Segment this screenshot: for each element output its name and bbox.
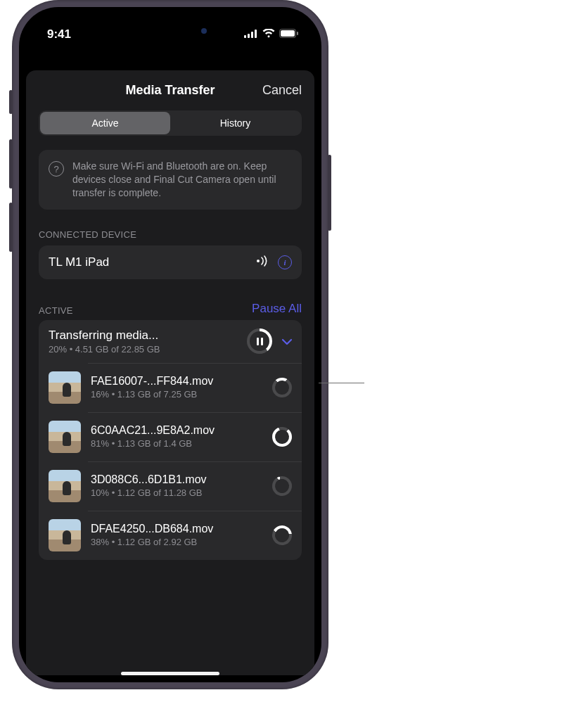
svg-point-7 [257,260,260,262]
pause-all-button[interactable]: Pause All [252,302,302,316]
info-icon[interactable]: i [278,255,292,269]
svg-rect-5 [281,30,295,37]
summary-title: Transferring media... [49,328,237,343]
file-name: 6C0AAC21...9E8A2.mov [91,424,262,437]
connected-device-label: CONNECTED DEVICE [39,229,302,240]
phone-frame: 9:41 Media Transfer Cancel [12,0,328,689]
svg-rect-3 [255,30,257,38]
side-button [9,90,13,114]
progress-icon[interactable] [268,423,295,450]
volume-down-button [9,203,13,252]
svg-rect-6 [297,32,298,35]
transfer-summary-row[interactable]: Transferring media... 20% • 4.51 GB of 2… [39,320,302,363]
thumbnail [49,519,81,551]
volume-up-button [9,139,13,189]
svg-rect-1 [248,34,250,38]
sheet-header: Media Transfer Cancel [26,70,314,110]
status-right [244,27,299,42]
file-row[interactable]: 6C0AAC21...9E8A2.mov 81% • 1.13 GB of 1.… [39,412,302,461]
chevron-down-icon[interactable] [282,334,292,349]
device-name: TL M1 iPad [49,255,109,269]
pause-icon [257,338,263,345]
pause-button[interactable] [247,328,272,354]
thumbnail [49,421,81,453]
battery-icon [279,27,299,42]
power-button [328,155,331,231]
file-row[interactable]: FAE16007-...FF844.mov 16% • 1.13 GB of 7… [39,363,302,412]
tab-active[interactable]: Active [40,112,170,134]
thumbnail [49,371,81,404]
transfer-list: Transferring media... 20% • 4.51 GB of 2… [39,320,302,560]
file-row[interactable]: 3D088C6...6D1B1.mov 10% • 1.12 GB of 11.… [39,461,302,511]
screen: 9:41 Media Transfer Cancel [19,7,321,682]
svg-rect-2 [251,32,253,38]
svg-rect-0 [244,35,246,38]
thumbnail [49,470,81,502]
cancel-button[interactable]: Cancel [215,83,302,98]
dynamic-island [125,18,215,44]
active-label: ACTIVE [39,305,73,316]
home-indicator[interactable] [121,672,219,675]
camera-dot-icon [201,28,207,34]
sheet: Media Transfer Cancel Active History ? M… [26,70,314,675]
file-name: DFAE4250...DB684.mov [91,523,262,535]
file-sub: 10% • 1.12 GB of 11.28 GB [91,487,262,498]
help-icon[interactable]: ? [49,161,64,177]
notice-card: ? Make sure Wi-Fi and Bluetooth are on. … [39,150,302,210]
notice-text: Make sure Wi-Fi and Bluetooth are on. Ke… [72,160,292,200]
signal-strength-icon [255,255,271,269]
page-title: Media Transfer [125,83,215,98]
file-sub: 38% • 1.12 GB of 2.92 GB [91,537,262,547]
summary-sub: 20% • 4.51 GB of 22.85 GB [49,344,237,355]
progress-icon[interactable] [269,473,295,499]
device-row[interactable]: TL M1 iPad i [39,245,302,279]
tab-history[interactable]: History [170,112,300,134]
status-time: 9:41 [47,27,71,42]
wifi-icon [262,27,275,42]
file-name: FAE16007-...FF844.mov [91,375,262,388]
file-sub: 81% • 1.13 GB of 1.4 GB [91,438,262,449]
segmented-control[interactable]: Active History [39,110,302,136]
file-sub: 16% • 1.13 GB of 7.25 GB [91,389,262,400]
callout-line [319,383,364,383]
file-row[interactable]: DFAE4250...DB684.mov 38% • 1.12 GB of 2.… [39,511,302,560]
cellular-icon [244,27,258,42]
progress-icon[interactable] [269,522,295,549]
progress-icon[interactable] [268,374,295,401]
file-name: 3D088C6...6D1B1.mov [91,473,262,486]
